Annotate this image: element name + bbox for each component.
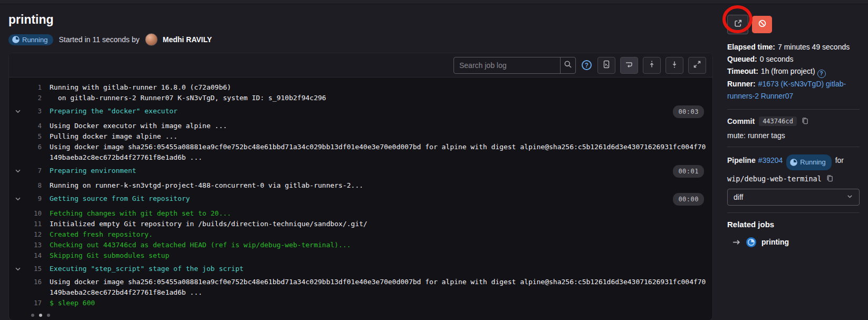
pipeline-link[interactable]: #39204 [758, 156, 783, 164]
line-number[interactable]: 8 [24, 180, 42, 191]
line-number[interactable]: 2 [24, 93, 42, 103]
log-line: 4Using Docker executor with image alpine… [9, 121, 712, 131]
line-number[interactable]: 11 [24, 219, 42, 229]
line-number[interactable]: 1 [24, 82, 42, 93]
log-loading-dots [31, 314, 712, 317]
gutter [9, 93, 24, 103]
line-number[interactable]: 6 [24, 142, 42, 152]
log-text: Getting source from Git repository [50, 193, 669, 204]
gutter [9, 208, 24, 219]
line-number[interactable]: 14 [24, 250, 42, 261]
log-text: Created fresh repository. [50, 229, 712, 240]
log-text: Running with gitlab-runner 16.8.0 (c72a0… [50, 82, 712, 93]
log-text: $ sleep 600 [50, 298, 712, 308]
commit-message: mute: runner tags [727, 131, 860, 140]
commit-row: Commit 443746cd [727, 117, 860, 126]
line-number[interactable]: 15 [24, 264, 42, 274]
commit-sha-chip[interactable]: 443746cd [759, 117, 797, 126]
job-log: 1Running with gitlab-runner 16.8.0 (c72a… [9, 77, 712, 320]
log-text: Preparing environment [50, 166, 669, 176]
search-icon [564, 60, 572, 70]
running-spinner-icon [12, 36, 20, 43]
line-number[interactable]: 9 [24, 193, 42, 204]
pipeline-for-text: for [835, 156, 844, 164]
ref-dropdown-value: diff [734, 193, 743, 201]
pipeline-row: Pipeline#39204 Running for [727, 154, 860, 170]
job-page: printing Running Started in 11 seconds b… [0, 4, 868, 320]
line-number[interactable]: 17 [24, 298, 42, 308]
elapsed-time-row: Elapsed time:7 minutes 49 seconds [727, 41, 860, 53]
scroll-to-top-button[interactable] [643, 57, 661, 74]
log-line: 8Running on runner-k-sn3vtgd-project-488… [9, 180, 712, 191]
timeout-help-icon[interactable]: ? [817, 70, 826, 78]
gutter [9, 121, 24, 131]
open-in-new-tab-button[interactable] [727, 15, 748, 34]
line-number[interactable]: 7 [24, 166, 42, 176]
line-number[interactable]: 4 [24, 121, 42, 131]
log-line: 1Running with gitlab-runner 16.8.0 (c72a… [9, 82, 712, 93]
log-line: 14Skipping Git submodules setup [9, 250, 712, 261]
help-icon[interactable]: ? [582, 60, 592, 70]
job-started-text: Started in 11 seconds by [59, 35, 139, 44]
pipeline-label: Pipeline [727, 156, 756, 164]
pipeline-ref-row: wip/debug-web-terminal [727, 174, 860, 183]
related-job-name[interactable]: printing [761, 238, 789, 246]
scroll-to-bottom-button[interactable] [666, 57, 683, 74]
log-line: 10Fetching changes with git depth set to… [9, 208, 712, 219]
runner-row: Runner:#1673 (K-sN3vTgD) gitlab-runners-… [727, 78, 860, 102]
log-text: Pulling docker image alpine ... [50, 131, 712, 142]
line-number[interactable]: 16 [24, 277, 42, 287]
copy-commit-icon[interactable] [801, 117, 809, 125]
queued-value: 0 seconds [760, 55, 794, 63]
line-number[interactable]: 5 [24, 131, 42, 142]
elapsed-time-value: 7 minutes 49 seconds [778, 43, 850, 51]
log-line: 2 on gitlab-runners-2 Runner07 K-sN3vTgD… [9, 93, 712, 103]
cancel-job-button[interactable] [752, 16, 772, 33]
fullscreen-button[interactable] [688, 57, 706, 74]
author-name[interactable]: Medhi RAVILY [163, 35, 212, 44]
divider [727, 212, 860, 213]
line-number[interactable]: 12 [24, 229, 42, 240]
running-spinner-icon [790, 159, 797, 166]
pipeline-ref[interactable]: wip/debug-web-terminal [727, 174, 822, 183]
avatar[interactable] [145, 33, 158, 46]
related-job-row[interactable]: printing [727, 237, 860, 247]
ref-dropdown[interactable]: diff [727, 189, 860, 206]
log-line: 12Created fresh repository. [9, 229, 712, 240]
log-text: Preparing the "docker" executor [50, 106, 669, 117]
log-line[interactable]: 9Getting source from Git repository00:00 [9, 193, 712, 206]
search-input[interactable] [454, 57, 560, 73]
section-duration-badge: 00:00 [673, 193, 704, 206]
wrap-lines-button[interactable] [620, 57, 638, 74]
log-line[interactable]: 7Preparing environment00:01 [9, 166, 712, 178]
copy-ref-icon[interactable] [826, 174, 834, 182]
fullscreen-icon [693, 60, 701, 70]
timeout-label: Timeout: [727, 67, 758, 75]
raw-log-button[interactable] [597, 57, 615, 74]
job-status-badge[interactable]: Running [8, 34, 53, 45]
section-chevron-down-icon[interactable] [9, 106, 24, 117]
section-chevron-down-icon[interactable] [9, 166, 24, 176]
line-number[interactable]: 10 [24, 208, 42, 219]
job-sidebar: Elapsed time:7 minutes 49 seconds Queued… [719, 4, 868, 247]
gutter [9, 131, 24, 142]
log-text: Initialized empty Git repository in /bui… [50, 219, 712, 229]
log-text: Executing "step_script" stage of the job… [50, 264, 712, 274]
line-number[interactable]: 3 [24, 106, 42, 117]
log-line: 5Pulling docker image alpine ... [9, 131, 712, 142]
log-line[interactable]: 15Executing "step_script" stage of the j… [9, 264, 712, 274]
queued-label: Queued: [727, 55, 757, 63]
line-number[interactable]: 13 [24, 240, 42, 250]
pipeline-status-label: Running [800, 156, 825, 169]
log-line[interactable]: 3Preparing the "docker" executor00:03 [9, 106, 712, 118]
section-chevron-down-icon[interactable] [9, 193, 24, 204]
search-button[interactable] [560, 57, 575, 73]
section-chevron-down-icon[interactable] [9, 264, 24, 274]
scroll-bottom-icon [670, 60, 679, 70]
pipeline-status-badge[interactable]: Running [786, 154, 831, 170]
log-line: 17$ sleep 600 [9, 298, 712, 308]
timeout-value: 1h (from project) [761, 67, 815, 75]
job-status-row: Running Started in 11 seconds by Medhi R… [8, 33, 713, 46]
gutter [9, 180, 24, 191]
log-text: Checking out 443746cd as detached HEAD (… [50, 240, 712, 250]
